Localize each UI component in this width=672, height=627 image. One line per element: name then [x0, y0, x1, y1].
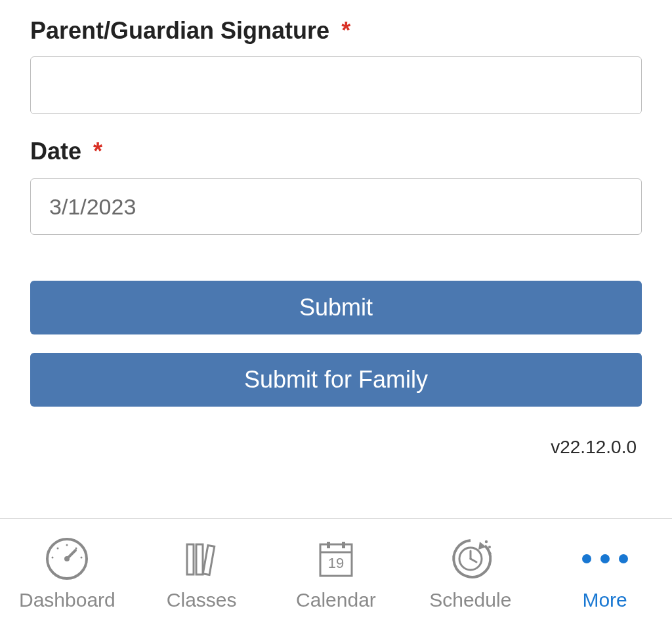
- date-label-row: Date *: [30, 138, 642, 165]
- date-label: Date: [30, 138, 81, 165]
- tab-more[interactable]: More: [537, 535, 672, 611]
- svg-line-21: [471, 559, 476, 562]
- svg-rect-13: [327, 542, 330, 548]
- svg-point-1: [66, 544, 68, 546]
- tab-dashboard[interactable]: Dashboard: [0, 535, 135, 611]
- svg-point-4: [52, 557, 54, 559]
- svg-point-16: [485, 540, 488, 543]
- more-dots-icon: [582, 535, 628, 582]
- submit-family-button[interactable]: Submit for Family: [30, 353, 642, 407]
- version-text: v22.12.0.0: [30, 407, 642, 470]
- signature-input[interactable]: [30, 56, 642, 114]
- tab-label: Classes: [167, 589, 237, 611]
- svg-point-18: [489, 552, 492, 555]
- tab-schedule[interactable]: Schedule: [403, 535, 537, 611]
- page-root: Parent/Guardian Signature * Date * Submi…: [0, 0, 672, 627]
- tab-label: Calendar: [296, 589, 376, 611]
- calendar-icon: 19: [312, 535, 360, 582]
- required-asterisk: *: [341, 17, 350, 44]
- tab-calendar[interactable]: 19 Calendar: [269, 535, 404, 611]
- tab-label: Schedule: [429, 589, 511, 611]
- tab-bar: Dashboard Classes 19: [0, 518, 672, 627]
- date-input[interactable]: [30, 178, 642, 235]
- books-icon: [178, 535, 225, 582]
- svg-point-2: [57, 548, 59, 550]
- signature-label: Parent/Guardian Signature: [30, 17, 329, 44]
- svg-rect-8: [187, 544, 194, 575]
- required-asterisk: *: [93, 138, 102, 165]
- signature-label-row: Parent/Guardian Signature *: [30, 17, 642, 45]
- svg-point-7: [64, 556, 70, 561]
- svg-point-17: [488, 546, 491, 548]
- svg-rect-14: [342, 542, 345, 548]
- svg-rect-9: [196, 544, 203, 575]
- svg-point-5: [81, 557, 83, 559]
- svg-rect-10: [203, 545, 214, 575]
- tab-classes[interactable]: Classes: [135, 535, 269, 611]
- clock-refresh-icon: [446, 535, 495, 582]
- form-content: Parent/Guardian Signature * Date * Submi…: [0, 0, 672, 518]
- spacer: [30, 235, 642, 281]
- submit-button[interactable]: Submit: [30, 281, 642, 334]
- calendar-day-text: 19: [328, 555, 344, 571]
- gauge-icon: [43, 535, 91, 582]
- tab-label: More: [582, 589, 627, 611]
- tab-label: Dashboard: [19, 589, 116, 611]
